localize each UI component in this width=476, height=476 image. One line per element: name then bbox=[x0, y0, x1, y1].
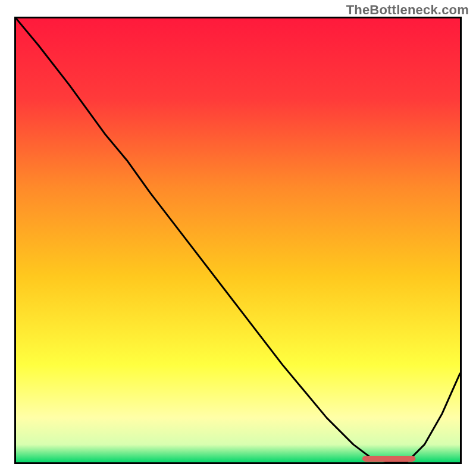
gradient-background bbox=[16, 18, 460, 462]
chart-frame bbox=[14, 17, 462, 464]
optimal-marker bbox=[362, 456, 416, 462]
chart-svg bbox=[16, 18, 460, 462]
page-root: TheBottleneck.com bbox=[0, 0, 476, 476]
watermark-text: TheBottleneck.com bbox=[346, 2, 469, 18]
